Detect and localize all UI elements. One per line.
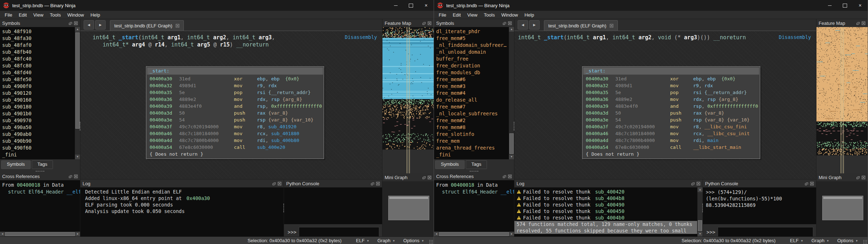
symbol-item[interactable]: sub_490120 (2, 90, 75, 97)
disasm-row[interactable]: 00400a5467e8c6030000call__libc_start_mai… (583, 144, 760, 151)
minimize-button[interactable] (822, 0, 837, 11)
feature-map-canvas[interactable] (382, 27, 434, 173)
symbol-item[interactable]: sub_490180 (2, 103, 75, 110)
symbol-item[interactable]: _fini (436, 151, 509, 158)
scrollbar-thumb[interactable] (75, 32, 80, 129)
disasm-row[interactable]: 00400a3f49c7c020194000movr8, sub_401920 (146, 123, 324, 130)
splitter-handle[interactable] (80, 122, 80, 130)
resize-grip[interactable] (429, 240, 433, 244)
python-input[interactable] (718, 227, 813, 237)
feature-map-canvas[interactable] (816, 27, 868, 173)
resize-grip[interactable] (863, 240, 867, 244)
disasm-row[interactable]: 00400a364889e2movrdx, rsp {arg_8} (583, 96, 760, 103)
minimize-button[interactable] (388, 0, 403, 11)
symbols-scrollbar[interactable]: ▲ ▼ (75, 27, 80, 159)
disasm-row[interactable]: 00400a3031edxorebp, ebp {0x0} (146, 75, 324, 82)
close-icon[interactable] (508, 174, 512, 178)
nav-back-button[interactable]: ◀ (518, 20, 528, 30)
disasm-row[interactable]: 00400a4d48c7c7800b4000movrdi, main (583, 137, 760, 144)
scroll-down-icon[interactable]: ▼ (698, 232, 703, 236)
symbol-item[interactable]: free_mem#4 (436, 90, 509, 97)
nav-forward-button[interactable]: ▶ (529, 20, 540, 30)
splitter-handle[interactable] (36, 171, 44, 172)
mini-graph-view[interactable] (816, 181, 868, 236)
status-menu-elf[interactable]: ELF▾ (352, 238, 373, 243)
tab-tags[interactable]: Tags (32, 160, 53, 169)
close-icon[interactable] (376, 182, 380, 186)
signature-line[interactable] (518, 41, 816, 48)
log-line[interactable]: 574 functions matched total, 129 name-on… (514, 221, 703, 227)
splitter-handle[interactable] (702, 204, 703, 212)
popout-icon[interactable] (502, 21, 506, 25)
popout-icon[interactable] (422, 176, 426, 179)
symbol-item[interactable]: free_mem (436, 138, 509, 145)
log-line[interactable]: Detected Little Endian endian ELF (80, 188, 284, 195)
popout-icon[interactable] (805, 182, 809, 186)
symbol-item[interactable]: free_mem#6 (436, 76, 509, 83)
disasm-row[interactable]: 00400a3e54pushrsp {var_8} {var_10} (146, 116, 324, 123)
python-console-output[interactable] (284, 187, 382, 224)
block-label[interactable]: _start: (583, 67, 759, 75)
close-icon[interactable] (74, 174, 78, 178)
log-line[interactable]: Failed to resolve thunk sub_400490 (514, 201, 703, 208)
symbol-item[interactable]: sub_48fd40 (2, 69, 75, 76)
scrollbar-thumb[interactable] (5, 232, 75, 236)
graph-view[interactable]: Disassembly int64_t _start(int64_t arg1,… (80, 31, 382, 179)
symbol-item[interactable]: _nl_locale_subfreeres (436, 110, 509, 117)
scroll-up-icon[interactable]: ▲ (509, 27, 514, 32)
splitter-handle[interactable] (283, 204, 284, 212)
nav-forward-button[interactable]: ▶ (95, 20, 106, 30)
popout-icon[interactable] (691, 182, 695, 186)
nav-back-button[interactable]: ◀ (84, 20, 94, 30)
symbol-item[interactable]: free_mem#7 (436, 103, 509, 110)
symbol-item[interactable]: _nl_finddomain_subfreer… (436, 42, 509, 49)
symbol-item[interactable]: sub_490a50 (2, 124, 75, 131)
disasm-row[interactable]: 00400a3031edxorebp, ebp {0x0} (583, 75, 760, 82)
log-scrollbar[interactable]: ▲ ▼ (697, 187, 703, 236)
basic-block[interactable]: _start: 00400a3031edxorebp, ebp {0x0}004… (582, 66, 760, 159)
menu-item[interactable]: Edit (15, 12, 30, 18)
menu-item[interactable]: Tools (480, 12, 498, 18)
log-line[interactable]: Failed to resolve thunk sub_4004b8 (514, 195, 703, 201)
log-line[interactable]: Failed to resolve thunk sub_400420 (514, 188, 703, 195)
symbol-item[interactable]: sub_48f910 (2, 28, 75, 35)
symbol-item[interactable]: free_slotinfo (436, 131, 509, 138)
disasm-row[interactable]: 00400a324989d1movr9, rdx (146, 82, 324, 89)
disasm-row[interactable]: 00400a4648c7c180184000movrcx, __libc_csu… (583, 130, 760, 137)
xref-line[interactable]: From 00400018 in Data (436, 182, 514, 188)
symbol-item[interactable]: sub_48fb40 (2, 49, 75, 56)
disasm-row[interactable]: 00400a3d50pushrax {var_8} (583, 110, 760, 116)
symbol-item[interactable]: sub_490ab0 (2, 131, 75, 138)
popout-icon[interactable] (856, 176, 860, 179)
basic-block[interactable]: _start: 00400a3031edxorebp, ebp {0x0}004… (146, 66, 324, 159)
symbol-item[interactable]: free_mem#8 (436, 124, 509, 131)
popout-icon[interactable] (68, 174, 72, 178)
maximize-button[interactable] (837, 0, 852, 11)
disasm-row[interactable]: 00400a324989d1movr9, rdx (583, 82, 760, 89)
splitter-handle[interactable] (470, 171, 478, 172)
scroll-right-icon[interactable]: ▶ (509, 232, 514, 236)
disasm-row[interactable]: 00400a4d48c7c7800b4000movrdi, sub_400b80 (146, 137, 324, 144)
close-icon[interactable] (278, 182, 282, 186)
scroll-left-icon[interactable]: ◀ (434, 232, 439, 236)
popout-icon[interactable] (502, 174, 506, 178)
symbol-item[interactable]: sub_4900f0 (2, 83, 75, 90)
scroll-up-icon[interactable]: ▲ (698, 187, 703, 192)
disasm-row[interactable]: 00400a3d50pushrax {var_8} (146, 110, 324, 116)
tab-symbols[interactable]: Symbols (435, 160, 465, 169)
close-window-button[interactable]: × (852, 0, 868, 11)
symbol-item[interactable]: do_release_all (436, 97, 509, 103)
disasm-row[interactable]: 00400a4648c7c180184000movrcx, sub_401880 (146, 130, 324, 137)
close-tab-icon[interactable] (610, 24, 614, 28)
scroll-left-icon[interactable]: ◀ (0, 232, 5, 236)
popout-icon[interactable] (856, 21, 860, 25)
close-window-button[interactable]: × (418, 0, 434, 11)
symbol-item[interactable]: dl_iterate_phdr (436, 28, 509, 35)
scroll-up-icon[interactable]: ▲ (75, 27, 80, 32)
scroll-right-icon[interactable]: ▶ (75, 232, 80, 236)
symbols-scrollbar[interactable]: ▲ ▼ (509, 27, 514, 159)
symbol-item[interactable]: sub_48fc40 (2, 56, 75, 62)
splitter-handle[interactable] (514, 122, 514, 130)
close-icon[interactable] (696, 182, 700, 186)
view-type-label[interactable]: Disassembly (345, 34, 377, 40)
